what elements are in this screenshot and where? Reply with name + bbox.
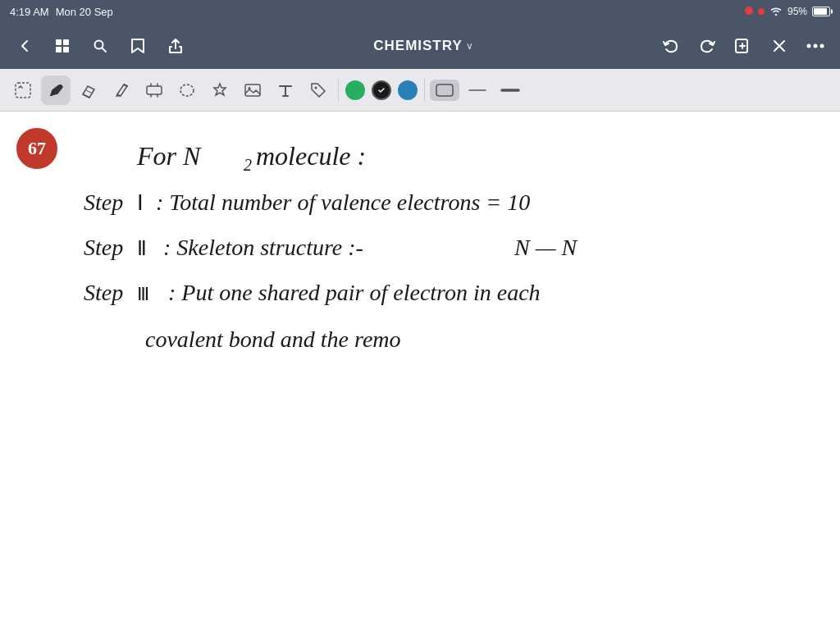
svg-point-6: [807, 44, 811, 48]
shape-tool[interactable]: [139, 75, 169, 105]
svg-text:Step: Step: [84, 235, 123, 260]
svg-text:N — N: N — N: [514, 235, 578, 260]
svg-point-8: [820, 44, 824, 48]
svg-rect-3: [63, 47, 69, 52]
battery-icon: [812, 6, 830, 17]
redo-button[interactable]: [692, 31, 722, 61]
nav-right-controls: [656, 31, 830, 61]
more-button[interactable]: [801, 31, 830, 61]
toolbar: [0, 69, 840, 112]
wifi-icon: [769, 6, 783, 18]
date-display: Mon 20 Sep: [56, 6, 113, 18]
pencil-tool[interactable]: [107, 75, 136, 105]
svg-point-7: [814, 44, 818, 48]
svg-text:Step: Step: [84, 280, 123, 305]
tag-tool[interactable]: [304, 75, 333, 105]
undo-button[interactable]: [656, 31, 686, 61]
svg-point-4: [95, 41, 103, 49]
svg-text:covalent bond and the remo: covalent bond and the remo: [145, 326, 401, 352]
rec-indicator: [745, 6, 753, 17]
svg-text::   Skeleton structure :-: : Skeleton structure :-: [163, 235, 363, 260]
svg-rect-2: [56, 47, 62, 52]
image-tool[interactable]: [238, 75, 267, 105]
nav-bar: CHEMISTRY ∨: [0, 23, 840, 69]
svg-rect-10: [147, 86, 162, 94]
toolbar-separator-1: [338, 79, 339, 102]
document-title: CHEMISTRY: [373, 38, 463, 54]
svg-text:Ⅱ: Ⅱ: [137, 238, 147, 259]
share-button[interactable]: [161, 31, 190, 61]
svg-text:2: 2: [244, 156, 252, 174]
svg-point-11: [180, 84, 194, 96]
title-area: CHEMISTRY ∨: [199, 38, 648, 54]
battery-percent: 95%: [788, 6, 807, 17]
svg-text:Ⅰ: Ⅰ: [137, 191, 144, 215]
svg-text::  Total number of valence ele: : Total number of valence electrons = 10: [156, 189, 530, 215]
svg-rect-12: [245, 84, 260, 96]
canvas-area[interactable]: 67 For N 2 molecule : Step Ⅰ : Total num…: [0, 112, 840, 630]
svg-text:molecule :: molecule :: [256, 141, 366, 171]
add-page-button[interactable]: [728, 31, 758, 61]
back-button[interactable]: [10, 31, 39, 61]
title-chevron[interactable]: ∨: [466, 40, 473, 52]
svg-rect-1: [63, 39, 69, 45]
color-black[interactable]: [372, 80, 391, 100]
svg-text::  Put one shared pair of elec: : Put one shared pair of electron in eac…: [168, 280, 541, 305]
star-tool[interactable]: [205, 75, 235, 105]
eraser-tool[interactable]: [74, 75, 103, 105]
color-green[interactable]: [345, 80, 365, 100]
svg-rect-0: [56, 39, 62, 45]
color-blue[interactable]: [398, 80, 418, 100]
lasso-tool[interactable]: [8, 75, 38, 105]
svg-text:For N: For N: [136, 141, 202, 171]
search-button[interactable]: [85, 31, 115, 61]
note-content-svg: For N 2 molecule : Step Ⅰ : Total number…: [0, 112, 840, 630]
close-button[interactable]: [765, 31, 794, 61]
svg-rect-9: [16, 83, 30, 98]
stroke-thin-box[interactable]: [430, 80, 459, 101]
pen-tool[interactable]: [41, 75, 71, 105]
time-display: 4:19 AM: [10, 6, 49, 18]
stroke-thin-line[interactable]: [463, 80, 492, 101]
bookmark-button[interactable]: [123, 31, 153, 61]
status-bar: 4:19 AM Mon 20 Sep 95%: [0, 0, 840, 23]
lasso-freehand-tool[interactable]: [172, 75, 202, 105]
text-tool[interactable]: [271, 75, 300, 105]
svg-text:Step: Step: [84, 189, 123, 215]
svg-rect-15: [436, 84, 453, 96]
stroke-thick-line[interactable]: [495, 80, 525, 101]
loc-indicator: [758, 6, 765, 17]
svg-text:Ⅲ: Ⅲ: [137, 284, 149, 304]
toolbar-separator-2: [424, 79, 425, 102]
svg-point-14: [315, 86, 317, 89]
grid-button[interactable]: [48, 31, 77, 61]
